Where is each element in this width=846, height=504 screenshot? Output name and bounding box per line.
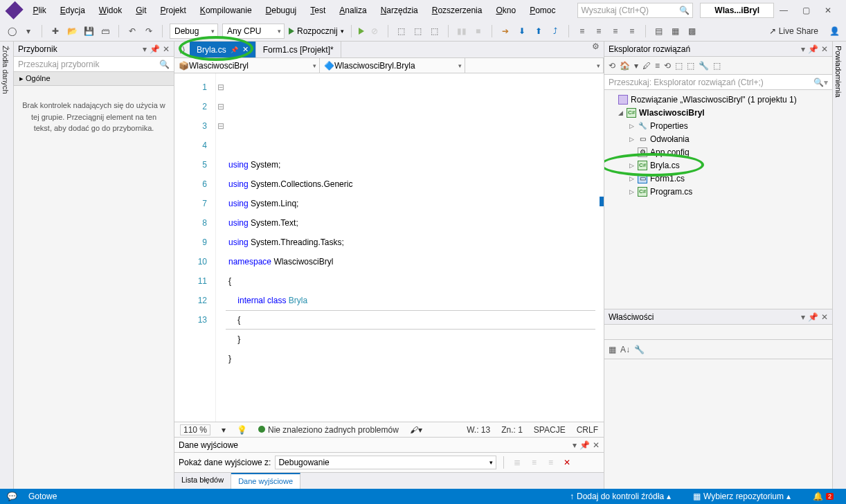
toolbox-search[interactable]: Przeszukaj przybornik🔍 xyxy=(14,57,174,72)
close-panel-icon[interactable]: ✕ xyxy=(593,440,600,450)
save-all-icon[interactable]: 🗃 xyxy=(99,25,111,37)
source-control-button[interactable]: ↑ Dodaj do kontroli źródła ▴ xyxy=(564,492,676,501)
solution-tree[interactable]: Rozwiązanie „WlasciwosciBryl" (1 projekt… xyxy=(604,90,832,309)
save-icon[interactable]: 💾 xyxy=(82,25,95,37)
main-toolbar: ◯ ▾ ✚ 📂 💾 🗃 ↶ ↷ Debug Any CPU Rozpocznij… xyxy=(0,21,846,42)
tab-nav-icon[interactable]: ⟨⟩ xyxy=(174,42,190,57)
solution-search[interactable]: Przeszukaj: Eksplorator rozwiązań (Ctrl+… xyxy=(604,75,832,90)
undo-icon[interactable]: ↶ xyxy=(126,25,138,37)
menu-plik[interactable]: Plik xyxy=(27,3,51,18)
nav-class-combo[interactable]: 🔷 WlasciwosciBryl.Bryla xyxy=(320,58,465,73)
start-nodebug-icon[interactable] xyxy=(359,28,364,35)
toolbox-panel: Przybornik ▾📌✕ Przeszukaj przybornik🔍 ▸ … xyxy=(14,42,174,489)
repo-select-button[interactable]: ▦ Wybierz repozytorium ▴ xyxy=(687,492,796,501)
menu-edycja[interactable]: Edycja xyxy=(55,3,91,18)
menu-test[interactable]: Test xyxy=(305,3,331,18)
notifications-rail[interactable]: Powiadomienia xyxy=(832,42,846,489)
menu-okno[interactable]: Okno xyxy=(490,3,521,18)
step-icon[interactable]: ⬚ xyxy=(412,25,424,37)
editor-statusbar: 110 % ▾ 💡 Nie znaleziono żadnych problem… xyxy=(174,422,604,437)
pin-icon[interactable]: 📌 xyxy=(150,44,160,54)
data-sources-rail[interactable]: Źródła danych xyxy=(0,42,14,489)
csharp-file-icon: C# xyxy=(638,161,647,170)
quick-search-input[interactable]: Wyszukaj (Ctrl+Q)🔍 xyxy=(577,3,693,18)
editor-tabs: ⟨⟩ Bryla.cs📌✕ Form1.cs [Projekt]* ⚙ xyxy=(174,42,604,58)
clear-all-icon[interactable]: ✕ xyxy=(561,456,573,469)
menu-git[interactable]: Git xyxy=(130,3,152,18)
feedback-icon[interactable]: 👤 xyxy=(828,25,840,37)
status-ready: Gotowe xyxy=(28,492,57,501)
dropdown-icon[interactable]: ▾ xyxy=(573,440,577,450)
notifications-button[interactable]: 🔔2 xyxy=(807,492,839,501)
close-icon[interactable]: ✕ xyxy=(242,45,249,54)
code-editor[interactable]: 12345678910111213 ⊟⊟⊟ using System;using… xyxy=(174,73,604,422)
menubar: PlikEdycjaWidokGitProjektKompilowanieDeb… xyxy=(0,0,846,21)
step-icon[interactable]: ⬚ xyxy=(395,25,408,37)
menu-debuguj[interactable]: Debuguj xyxy=(260,3,303,18)
solution-explorer-title: Eksplorator rozwiązań xyxy=(609,44,690,54)
new-item-icon[interactable]: ✚ xyxy=(49,25,62,37)
menu-kompilowanie[interactable]: Kompilowanie xyxy=(195,3,258,18)
pin-icon[interactable]: 📌 xyxy=(579,440,590,450)
csharp-file-icon: C# xyxy=(638,187,647,197)
redo-icon[interactable]: ↷ xyxy=(143,25,155,37)
categorized-icon[interactable]: ▦ xyxy=(609,345,616,354)
alphabetical-icon[interactable]: A↓ xyxy=(620,345,630,354)
statusbar: 💬 Gotowe ↑ Dodaj do kontroli źródła ▴ ▦ … xyxy=(0,489,846,504)
maximize-button[interactable]: ▢ xyxy=(799,6,813,15)
step-icon[interactable]: ⬚ xyxy=(429,25,441,37)
zoom-combo[interactable]: 110 % xyxy=(180,424,210,435)
properties-panel: Właściwości ▾📌✕ ▦ A↓ 🔧 xyxy=(604,309,832,489)
pin-icon[interactable]: 📌 xyxy=(231,46,238,53)
open-icon[interactable]: 📂 xyxy=(66,25,78,37)
output-source-combo[interactable]: Debugowanie xyxy=(275,456,496,469)
feedback-icon[interactable]: 💬 xyxy=(7,492,17,501)
solution-icon xyxy=(618,95,628,105)
lightbulb-icon[interactable]: 💡 xyxy=(237,425,247,435)
dropdown-icon[interactable]: ▾ xyxy=(143,44,147,54)
pin-icon[interactable]: 📌 xyxy=(808,312,818,322)
solution-toolbar: ⟲🏠▾🖊≡⟲⬚⬚🔧⬚ xyxy=(604,57,832,75)
toolbox-empty-msg: Brak kontrolek nadających się do użycia … xyxy=(14,86,174,148)
output-source-label: Pokaż dane wyjściowe z: xyxy=(179,458,271,467)
tab-bryla[interactable]: Bryla.cs📌✕ xyxy=(190,42,256,57)
platform-combo[interactable]: Any CPU xyxy=(222,24,285,39)
menu-rozszerzenia[interactable]: Rozszerzenia xyxy=(426,3,488,18)
tab-output[interactable]: Dane wyjściowe xyxy=(231,473,300,489)
start-debug-button[interactable]: Rozpocznij▾ xyxy=(289,26,344,36)
close-button[interactable]: ✕ xyxy=(821,6,835,15)
menu-projekt[interactable]: Projekt xyxy=(155,3,192,18)
tab-menu-icon[interactable]: ⚙ xyxy=(588,42,604,57)
menu-widok[interactable]: Widok xyxy=(93,3,127,18)
csharp-project-icon: C# xyxy=(627,108,636,118)
clear-icon[interactable]: ≣ xyxy=(511,456,523,469)
config-combo[interactable]: Debug xyxy=(170,24,218,39)
tab-error-list[interactable]: Lista błędów xyxy=(174,473,231,489)
vs-logo-icon xyxy=(5,1,23,19)
brush-icon[interactable]: 🖌▾ xyxy=(410,425,422,435)
output-panel: Dane wyjściowe ▾📌✕ Pokaż dane wyjściowe … xyxy=(174,437,604,472)
properties-icon[interactable]: 🔧 xyxy=(634,345,645,354)
search-icon: 🔍 xyxy=(679,6,690,15)
close-panel-icon[interactable]: ✕ xyxy=(821,312,828,322)
form-file-icon: ▭ xyxy=(638,174,647,183)
close-panel-icon[interactable]: ✕ xyxy=(821,44,828,54)
menu-narzędzia[interactable]: Narzędzia xyxy=(375,3,424,18)
minimize-button[interactable]: — xyxy=(777,6,791,15)
stop-icon[interactable]: ⊘ xyxy=(368,25,381,37)
toolbox-category[interactable]: ▸ Ogólne xyxy=(14,72,174,86)
close-panel-icon[interactable]: ✕ xyxy=(163,44,170,54)
nav-project-combo[interactable]: 📦 WlasciwosciBryl xyxy=(174,58,320,73)
nav-member-combo[interactable] xyxy=(465,58,604,73)
solution-title-tab: Wlas...iBryl xyxy=(700,3,774,18)
nav-back-icon[interactable]: ◯ xyxy=(6,25,18,37)
toolbox-title: Przybornik xyxy=(18,44,57,54)
live-share-button[interactable]: ↗ Live Share xyxy=(769,26,818,36)
menu-analiza[interactable]: Analiza xyxy=(334,3,372,18)
menu-pomoc[interactable]: Pomoc xyxy=(524,3,561,18)
tab-form1[interactable]: Form1.cs [Projekt]* xyxy=(256,42,341,57)
wrench-icon: 🔧 xyxy=(638,121,647,131)
pin-icon[interactable]: 📌 xyxy=(808,44,818,54)
home-icon[interactable]: ⟲ xyxy=(609,61,615,71)
config-file-icon: ⚙ xyxy=(638,147,647,157)
